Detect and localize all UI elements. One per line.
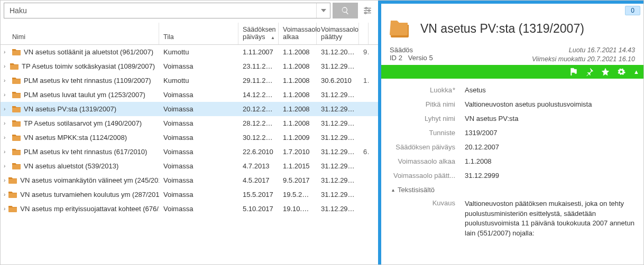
row-name: TP Asetus sotilasarvot ym (1490/2007) [24, 119, 142, 127]
row-valid-from: 19.10.2017 [279, 205, 317, 213]
expand-toolbar-icon[interactable]: ▲ [633, 69, 639, 75]
expand-row-icon[interactable]: › [4, 149, 9, 155]
detail-title: VN asetus PV:sta (1319/2007) [420, 22, 584, 36]
expand-row-icon[interactable]: › [4, 163, 9, 169]
column-header-status[interactable]: Tila [159, 23, 238, 44]
field-value-valid-until: 31.12.2999 [465, 172, 635, 179]
filter-settings-button[interactable] [360, 3, 375, 18]
table-row[interactable]: ›VN asetus turvamiehen koulutus ym (287/… [1, 187, 378, 202]
row-statute-date: 4.5.2017 [238, 176, 279, 184]
row-status: Voimassa [159, 205, 238, 213]
table-row[interactable]: ›VN asetus sotläänit ja aluetstot (961/2… [1, 45, 378, 59]
search-input[interactable] [4, 3, 316, 18]
table-row[interactable]: ›VN asetus MPKK:sta (1124/2008)Voimassa3… [1, 130, 378, 145]
notification-badge[interactable]: 0 [625, 6, 640, 15]
row-status: Voimassa [159, 191, 238, 198]
row-status: Kumottu [159, 48, 238, 56]
field-label-valid-from: Voimassaolo alkaa [385, 157, 465, 165]
expand-row-icon[interactable]: › [4, 63, 7, 69]
row-name: VN asetus voimankäytön välineet ym (245/… [20, 176, 159, 184]
row-valid-from: 1.7.2010 [279, 148, 317, 156]
document-type-icon [390, 18, 411, 39]
folder-icon [12, 162, 21, 169]
search-dropdown-toggle[interactable] [316, 3, 330, 18]
row-valid-until: 31.12.2999 [317, 62, 359, 70]
table-row[interactable]: ›VN asetus aluetstot (539/2013)Voimassa4… [1, 159, 378, 173]
folder-icon [12, 148, 21, 155]
row-statute-date: 14.12.2007 [238, 91, 279, 99]
modified-value: 20.7.2021 16.10 [587, 55, 635, 63]
expand-row-icon[interactable]: › [4, 120, 9, 126]
column-header-valid-until[interactable]: Voimassaolo päättyy [317, 23, 359, 44]
field-label-identifier: Tunniste [385, 129, 465, 137]
folder-icon [12, 91, 21, 98]
table-row[interactable]: ›PLM asetus kv teht rinnastus (1109/2007… [1, 73, 378, 88]
column-header-statute-date[interactable]: Säädöksen päiväys [238, 23, 279, 44]
expand-row-icon[interactable]: › [4, 78, 9, 83]
section-toggle-textcontent[interactable]: ▴ Tekstisisältö [392, 186, 635, 194]
field-value-class: Asetus [465, 86, 635, 94]
expand-row-icon[interactable]: › [4, 206, 5, 212]
table-row[interactable]: ›VN asetus PV:sta (1319/2007)Voimassa20.… [1, 102, 378, 116]
row-statute-date: 28.12.2007 [238, 119, 279, 127]
row-statute-date: 22.6.2010 [238, 148, 279, 156]
table-row[interactable]: ›TP Asetus toimiv sotkäskyasiat (1089/20… [1, 59, 378, 73]
row-valid-until: 30.6.2010 [317, 77, 359, 84]
column-header-name[interactable]: Nimi [1, 23, 159, 44]
row-extra: 6 [359, 148, 369, 156]
expand-row-icon[interactable]: › [4, 49, 9, 55]
row-valid-until: 31.12.2999 [317, 191, 359, 198]
grid-header: Nimi Tila Säädöksen päiväys Voimassaolo … [1, 23, 378, 45]
folder-icon [12, 77, 21, 84]
expand-row-icon[interactable]: › [4, 135, 9, 140]
row-valid-until: 31.12.2014 [317, 48, 359, 56]
status-toolbar: ▲ [381, 65, 643, 79]
row-valid-from: 1.1.2008 [279, 91, 317, 99]
version-label: Versio [408, 54, 427, 62]
row-name: TP Asetus toimiv sotkäskyasiat (1089/200… [22, 62, 155, 70]
table-row[interactable]: ›VN asetus mp erityissuojattavat kohteet… [1, 202, 378, 216]
table-row[interactable]: ›TP Asetus sotilasarvot ym (1490/2007)Vo… [1, 116, 378, 130]
search-button[interactable] [333, 3, 358, 18]
row-valid-until: 31.12.2999 [317, 148, 359, 156]
expand-row-icon[interactable]: › [4, 92, 9, 98]
row-status: Voimassa [159, 176, 238, 184]
row-status: Kumottu [159, 77, 238, 84]
row-name: VN asetus PV:sta (1319/2007) [24, 105, 116, 113]
row-valid-from: 1.1.2008 [279, 48, 317, 56]
row-valid-until: 31.12.2999 [317, 134, 359, 141]
row-name: PLM asetus kv teht rinnastus (617/2010) [24, 148, 147, 156]
row-statute-date: 1.11.2007 [238, 48, 279, 56]
folder-icon [8, 176, 17, 184]
row-valid-from: 1.1.2008 [279, 62, 317, 70]
row-status: Voimassa [159, 148, 238, 156]
expand-row-icon[interactable]: › [4, 192, 5, 197]
pin-icon[interactable] [585, 67, 594, 77]
folder-icon [12, 105, 21, 112]
id-label: ID [390, 54, 397, 62]
expand-row-icon[interactable]: › [4, 106, 9, 112]
svg-point-3 [369, 10, 370, 12]
folder-icon [12, 134, 21, 141]
table-row[interactable]: ›PLM asetus kv teht rinnastus (617/2010)… [1, 145, 378, 159]
flag-icon[interactable] [569, 67, 578, 77]
table-row[interactable]: ›VN asetus voimankäytön välineet ym (245… [1, 173, 378, 187]
row-valid-from: 1.1.2015 [279, 162, 317, 170]
field-value-description: Valtioneuvoston päätöksen mukaisesti, jo… [465, 199, 635, 239]
gear-icon[interactable] [617, 67, 626, 77]
row-valid-until: 31.12.2999 [317, 205, 359, 213]
column-header-extra[interactable] [359, 23, 369, 44]
star-icon[interactable] [601, 67, 610, 77]
folder-icon [10, 62, 19, 70]
column-header-valid-from[interactable]: Voimassaolo alkaa [279, 23, 317, 44]
row-name: PLM asetus luvat taulut ym (1253/2007) [24, 91, 145, 99]
table-row[interactable]: ›PLM asetus luvat taulut ym (1253/2007)V… [1, 88, 378, 102]
created-label: Luotu [569, 46, 585, 54]
field-value-identifier: 1319/2007 [465, 129, 635, 137]
expand-row-icon[interactable]: › [4, 177, 5, 183]
row-name: VN asetus turvamiehen koulutus ym (287/2… [20, 191, 159, 198]
svg-point-1 [365, 7, 367, 9]
row-statute-date: 15.5.2017 [238, 191, 279, 198]
row-status: Voimassa [159, 91, 238, 99]
row-valid-from: 1.1.2008 [279, 105, 317, 113]
